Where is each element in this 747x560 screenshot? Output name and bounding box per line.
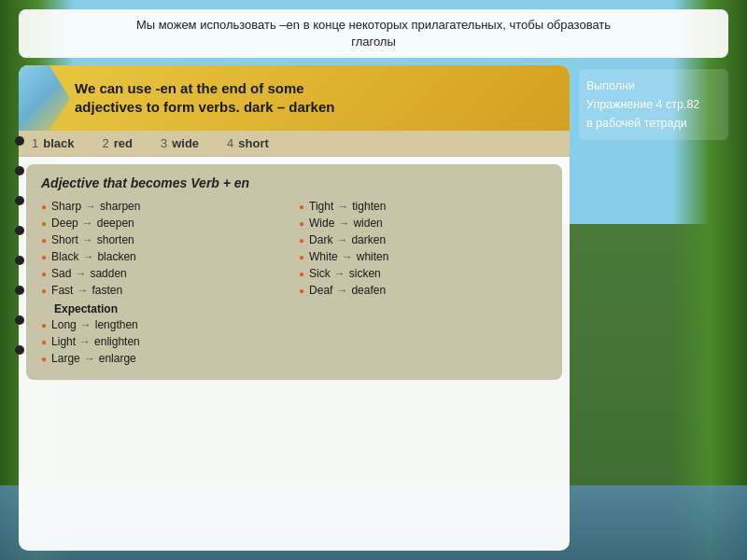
adj-item-white: ● White → whiten [299,250,547,263]
verb-shorten: shorten [97,233,134,246]
exercise-box: Выполни Упражнение 4 стр.82 в рабочей те… [579,69,728,140]
slide-card: We can use -en at the end of some adject… [19,65,570,551]
word-1: black [43,136,74,150]
bullet-long: ● [41,320,47,330]
bullet-1 [15,136,24,146]
bullet-dark: ● [299,235,304,245]
right-sidebar: Выполни Упражнение 4 стр.82 в рабочей те… [579,65,728,551]
exercise-line1: Выполни [586,77,721,95]
adj-item-fast: ● Fast → fasten [41,284,289,297]
bullet-4 [15,226,24,235]
adj-tight: Tight [309,200,333,213]
numbered-item-2: 2 red [102,136,132,150]
bullet-short: ● [41,235,47,245]
num-3: 3 [161,136,167,150]
bullet-large: ● [41,354,47,364]
num-2: 2 [102,136,108,150]
bullet-3 [15,196,24,205]
adj-deaf: Deaf [309,284,332,297]
adj-item-sharp: ● Sharp → sharpen [41,200,289,213]
adj-fast: Fast [51,284,73,297]
adj-item-sad: ● Sad → sadden [41,267,289,280]
adj-item-short: ● Short → shorten [41,233,289,246]
adj-item-sick: ● Sick → sicken [299,267,547,280]
word-2: red [114,136,133,150]
numbered-item-3: 3 wide [161,136,199,150]
verb-sharpen: sharpen [100,200,140,213]
slide-header-text: We can use -en at the end of some adject… [75,79,334,118]
adj-item-long: ● Long → lengthen [41,318,289,331]
adj-left-col: ● Sharp → sharpen ● Deep → deepen [41,200,289,369]
adj-item-light: ● Light → enlighten [41,335,289,348]
adj-sick: Sick [309,267,331,280]
bullet-deaf: ● [299,286,304,296]
adjective-card: Adjective that becomes Verb + en ● Sharp… [26,164,562,380]
adj-item-tight: ● Tight → tighten [299,200,547,213]
bullet-fast: ● [41,286,47,296]
adj-dark: Dark [309,233,332,246]
numbered-row: 1 black 2 red 3 wide 4 short [19,131,570,157]
adj-white: White [309,250,338,263]
adj-item-large: ● Large → enlarge [41,352,289,365]
adj-light: Light [51,335,76,348]
adj-item-deep: ● Deep → deepen [41,217,289,230]
bullet-white: ● [299,252,304,262]
bullet-tight: ● [299,202,304,212]
bullet-5 [15,256,24,265]
bullet-7 [15,315,24,325]
word-3: wide [172,136,199,150]
num-4: 4 [227,136,233,150]
verb-fasten: fasten [92,284,122,297]
main-content: Мы можем использовать –en в конце некото… [19,9,728,551]
adjective-card-title: Adjective that becomes Verb + en [41,175,547,190]
exercise-line3: в рабочей тетради [586,114,721,133]
bullet-sad: ● [41,269,47,279]
verb-enlighten: enlighten [94,335,140,348]
verb-tighten: tighten [352,200,386,213]
adj-black: Black [51,250,78,263]
adj-wide: Wide [309,217,334,230]
verb-deepen: deepen [97,217,134,230]
verb-lengthen: lengthen [95,318,138,331]
bullet-sharp: ● [41,202,47,212]
exercise-line2: Упражнение 4 стр.82 [586,95,721,114]
slide-header: We can use -en at the end of some adject… [19,65,570,131]
bullet-wide: ● [299,218,304,229]
verb-enlarge: enlarge [99,352,136,365]
bullet-light: ● [41,337,47,347]
expectation-label: Expectation [54,302,289,315]
adj-large: Large [51,352,80,365]
word-4: short [238,136,269,150]
bullet-black: ● [41,252,47,262]
adj-long: Long [51,318,77,331]
adj-short: Short [51,233,78,246]
verb-widen: widen [353,217,382,230]
slide-header-arrow [19,65,70,131]
adj-right-col: ● Tight → tighten ● Wide → widen [299,200,547,369]
numbered-item-1: 1 black [32,136,74,150]
verb-sadden: sadden [90,267,126,280]
adj-item-dark: ● Dark → darken [299,233,547,246]
adjective-columns: ● Sharp → sharpen ● Deep → deepen [41,200,547,369]
numbered-item-4: 4 short [227,136,269,150]
adj-item-black: ● Black → blacken [41,250,289,263]
verb-sicken: sicken [349,267,381,280]
adj-item-wide: ● Wide → widen [299,217,547,230]
content-row: We can use -en at the end of some adject… [19,65,728,551]
verb-whiten: whiten [357,250,389,263]
adj-sharp: Sharp [51,200,81,213]
slide-header-line1: We can use -en at the end of some [75,79,334,98]
russian-header: Мы можем использовать –en в конце некото… [19,9,728,58]
adj-item-deaf: ● Deaf → deafen [299,284,547,297]
adj-deep: Deep [51,217,78,230]
verb-deafen: deafen [351,284,386,297]
slide-header-line2: adjectives to form verbs. dark – darken [75,98,334,117]
bullet-sick: ● [299,269,304,279]
verb-darken: darken [351,233,386,246]
bullet-8 [15,345,24,355]
bullet-6 [15,286,24,295]
verb-blacken: blacken [97,250,135,263]
num-1: 1 [32,136,38,150]
bullet-2 [15,166,24,175]
adj-sad: Sad [51,267,71,280]
